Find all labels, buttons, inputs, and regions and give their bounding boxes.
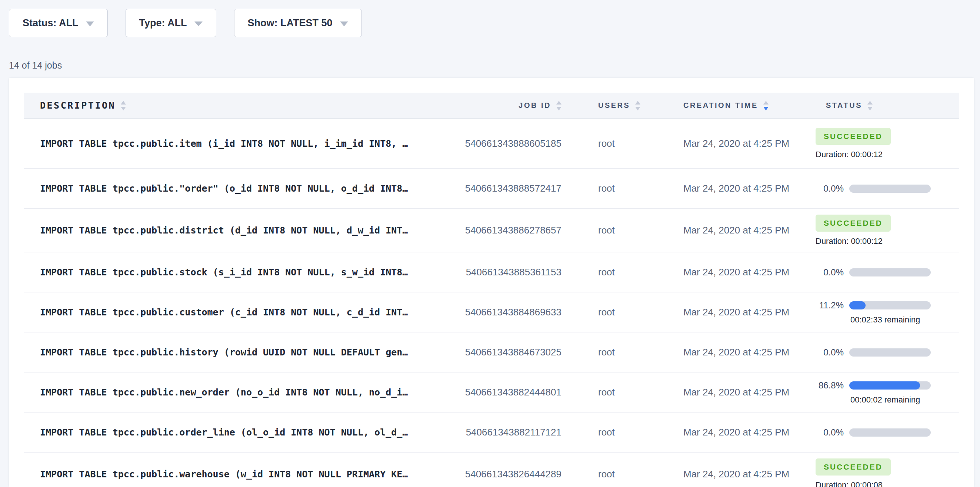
job-status: SUCCEEDED Duration: 00:00:08	[816, 458, 959, 487]
progress-bar	[849, 428, 931, 437]
progress-percent: 86.8%	[816, 380, 844, 391]
job-id: 540661343884673025	[446, 346, 562, 358]
job-id: 540661343888605185	[446, 138, 562, 149]
column-header-description[interactable]: DESCRIPTION	[24, 100, 446, 111]
column-label: JOB ID	[519, 101, 551, 110]
job-id: 540661343885361153	[446, 267, 562, 278]
job-id: 540661343882117121	[446, 426, 562, 438]
column-header-status[interactable]: STATUS	[816, 101, 959, 110]
job-creation-time: Mar 24, 2020 at 4:25 PM	[683, 386, 816, 398]
table-row: IMPORT TABLE tpcc.public.district (d_id …	[24, 208, 959, 252]
job-user: root	[562, 346, 683, 358]
job-user: root	[562, 307, 683, 318]
progress-percent: 11.2%	[816, 300, 844, 311]
type-filter-dropdown[interactable]: Type: ALL	[126, 9, 216, 37]
status-badge-succeeded: SUCCEEDED	[816, 128, 891, 145]
job-user: root	[562, 225, 683, 236]
job-description: IMPORT TABLE tpcc.public."order" (o_id I…	[24, 183, 446, 194]
job-status: 0.0%	[816, 347, 959, 358]
column-label: DESCRIPTION	[40, 100, 116, 111]
job-creation-time: Mar 24, 2020 at 4:25 PM	[683, 426, 816, 438]
job-status: 0.0%	[816, 267, 959, 278]
job-status: 0.0%	[816, 184, 959, 194]
job-creation-time: Mar 24, 2020 at 4:25 PM	[683, 225, 816, 236]
filter-bar: Status: ALL Type: ALL Show: LATEST 50	[9, 9, 362, 37]
chevron-down-icon	[86, 21, 94, 26]
jobs-count-summary: 14 of 14 jobs	[9, 60, 62, 71]
job-user: root	[562, 267, 683, 278]
table-header-row: DESCRIPTION JOB ID USERS CREATION TIME S…	[24, 93, 959, 118]
job-description: IMPORT TABLE tpcc.public.customer (c_id …	[24, 307, 446, 318]
job-user: root	[562, 386, 683, 398]
progress-bar	[849, 382, 931, 390]
job-description: IMPORT TABLE tpcc.public.warehouse (w_id…	[24, 469, 446, 480]
job-creation-time: Mar 24, 2020 at 4:25 PM	[683, 346, 816, 358]
job-user: root	[562, 468, 683, 480]
sort-icon	[867, 101, 873, 110]
sort-icon	[121, 101, 126, 110]
table-row: IMPORT TABLE tpcc.public.warehouse (w_id…	[24, 452, 959, 487]
job-id: 540661343884869633	[446, 307, 562, 318]
job-id: 540661343888572417	[446, 183, 562, 194]
table-row: IMPORT TABLE tpcc.public.history (rowid …	[24, 332, 959, 372]
status-filter-label: Status: ALL	[22, 18, 78, 29]
job-creation-time: Mar 24, 2020 at 4:25 PM	[683, 468, 816, 480]
job-id: 540661343826444289	[446, 468, 562, 480]
job-description: IMPORT TABLE tpcc.public.stock (s_i_id I…	[24, 267, 446, 278]
table-row: IMPORT TABLE tpcc.public.customer (c_id …	[24, 292, 959, 332]
job-user: root	[562, 426, 683, 438]
status-filter-dropdown[interactable]: Status: ALL	[9, 9, 108, 37]
job-status: 0.0%	[816, 427, 959, 438]
status-duration: Duration: 00:00:08	[816, 480, 959, 487]
job-description: IMPORT TABLE tpcc.public.item (i_id INT8…	[24, 138, 446, 149]
job-creation-time: Mar 24, 2020 at 4:25 PM	[683, 267, 816, 278]
status-duration: Duration: 00:00:12	[816, 236, 959, 246]
job-creation-time: Mar 24, 2020 at 4:25 PM	[683, 183, 816, 194]
column-label: CREATION TIME	[683, 101, 758, 110]
progress-bar	[849, 185, 931, 193]
progress-bar	[849, 268, 931, 276]
table-row: IMPORT TABLE tpcc.public."order" (o_id I…	[24, 168, 959, 208]
job-description: IMPORT TABLE tpcc.public.order_line (ol_…	[24, 427, 446, 438]
progress-percent: 0.0%	[816, 427, 844, 438]
jobs-table-card: DESCRIPTION JOB ID USERS CREATION TIME S…	[9, 78, 974, 487]
job-id: 540661343882444801	[446, 386, 562, 398]
column-header-users[interactable]: USERS	[562, 101, 683, 110]
table-body: IMPORT TABLE tpcc.public.item (i_id INT8…	[24, 118, 959, 487]
job-creation-time: Mar 24, 2020 at 4:25 PM	[683, 138, 816, 149]
job-status: SUCCEEDED Duration: 00:00:12	[816, 215, 959, 246]
progress-percent: 0.0%	[816, 184, 844, 194]
chevron-down-icon	[340, 21, 348, 26]
type-filter-label: Type: ALL	[139, 18, 187, 29]
table-row: IMPORT TABLE tpcc.public.order_line (ol_…	[24, 412, 959, 452]
column-header-creation-time[interactable]: CREATION TIME	[683, 101, 816, 110]
sort-icon	[556, 101, 562, 110]
job-creation-time: Mar 24, 2020 at 4:25 PM	[683, 307, 816, 318]
column-header-job-id[interactable]: JOB ID	[446, 101, 562, 110]
job-description: IMPORT TABLE tpcc.public.district (d_id …	[24, 225, 446, 236]
table-row: IMPORT TABLE tpcc.public.new_order (no_o…	[24, 372, 959, 412]
progress-time-remaining: 00:00:02 remaining	[850, 395, 959, 405]
show-filter-label: Show: LATEST 50	[248, 18, 332, 29]
column-label: USERS	[598, 101, 630, 110]
table-row: IMPORT TABLE tpcc.public.item (i_id INT8…	[24, 118, 959, 168]
job-description: IMPORT TABLE tpcc.public.new_order (no_o…	[24, 387, 446, 398]
job-user: root	[562, 138, 683, 149]
jobs-page: Status: ALL Type: ALL Show: LATEST 50 14…	[0, 0, 980, 487]
progress-bar	[849, 348, 931, 356]
job-status: 11.2% 00:02:33 remaining	[816, 300, 959, 325]
sort-icon-active-desc	[763, 101, 768, 110]
status-badge-succeeded: SUCCEEDED	[816, 215, 891, 232]
job-status: 86.8% 00:00:02 remaining	[816, 380, 959, 405]
chevron-down-icon	[194, 21, 203, 26]
sort-icon	[635, 101, 640, 110]
job-id: 540661343886278657	[446, 225, 562, 236]
progress-percent: 0.0%	[816, 347, 844, 358]
status-badge-succeeded: SUCCEEDED	[816, 458, 891, 476]
job-user: root	[562, 183, 683, 194]
progress-bar	[849, 301, 931, 310]
table-row: IMPORT TABLE tpcc.public.stock (s_i_id I…	[24, 252, 959, 292]
job-description: IMPORT TABLE tpcc.public.history (rowid …	[24, 347, 446, 358]
show-filter-dropdown[interactable]: Show: LATEST 50	[234, 9, 362, 37]
column-label: STATUS	[826, 101, 862, 110]
